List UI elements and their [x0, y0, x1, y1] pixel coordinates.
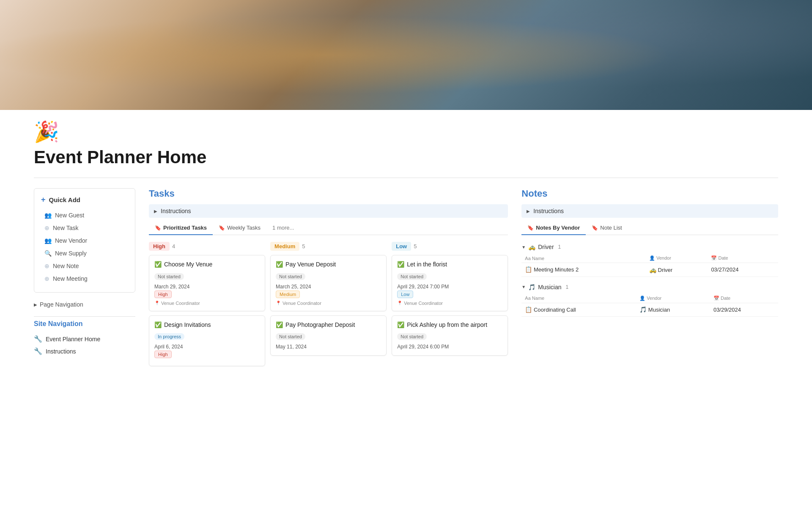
nav-divider: [34, 316, 135, 317]
new-task-icon: ⊕: [44, 225, 49, 231]
status-badge-in-progress: In progress: [154, 333, 184, 340]
quick-add-item-new-vendor[interactable]: 👥 New Vendor: [41, 235, 128, 247]
kanban-column-medium: Medium 5 ✅ Pay Venue Deposit Not started…: [270, 242, 387, 370]
notes-row-driver-1[interactable]: 📋 Meeting Minutes 2 🚕 Driver 03/27/2024: [521, 263, 778, 277]
task-date-pay-venue-deposit: March 25, 2024: [276, 284, 311, 290]
notes-instructions-arrow-icon: ▶: [527, 209, 530, 214]
notes-table-header-driver: Aa Name 👤 Vendor 📅 Date: [521, 254, 778, 263]
status-badge-not-started-4: Not started: [397, 273, 427, 280]
task-check-icon-5: ✅: [397, 261, 404, 268]
tab-note-list[interactable]: 🔖 Note List: [586, 221, 628, 235]
site-nav-item-instructions[interactable]: 🔧 Instructions: [34, 345, 135, 357]
notes-col-date: 📅 Date: [708, 254, 778, 263]
priority-badge-high: High: [149, 242, 170, 251]
tab-notes-by-vendor-label: Notes By Vendor: [536, 225, 580, 231]
page-title-area: 🎉 Event Planner Home: [0, 110, 812, 167]
tasks-tabs: 🔖 Prioritized Tasks 🔖 Weekly Tasks 1 mor…: [149, 221, 508, 235]
tab-weekly-tasks-label: Weekly Tasks: [227, 225, 261, 231]
note-title-coordinating-call: 📋 Coordinating Call: [521, 303, 636, 317]
quick-add-label: Quick Add: [49, 196, 80, 203]
task-card-pay-venue-deposit[interactable]: ✅ Pay Venue Deposit Not started March 25…: [270, 255, 387, 311]
task-title-let-in-florist: Let in the florist: [407, 260, 447, 269]
priority-badge-medium: Medium: [270, 242, 299, 251]
vendor-name-musician: Musician: [538, 284, 561, 290]
hero-overlay: [0, 0, 812, 110]
notes-vendor-group-musician: ▼ 🎵 Musician 1 Aa Name 👤: [521, 282, 778, 317]
notes-col-name: Aa Name: [521, 254, 646, 263]
task-card-let-in-florist[interactable]: ✅ Let in the florist Not started April 2…: [392, 255, 508, 311]
quick-add-item-new-note[interactable]: ⊕ New Note: [41, 260, 128, 272]
vendor-arrow-musician-icon: ▼: [521, 285, 526, 289]
notes-tab-bookmark-icon-2: 🔖: [592, 225, 598, 231]
notes-title: Notes: [521, 188, 778, 199]
note-row-icon-m: 📋: [525, 306, 532, 313]
notes-col-vendor: 👤 Vendor: [646, 254, 708, 263]
vendor-name-driver: Driver: [538, 244, 554, 250]
new-meeting-icon: ⊕: [44, 275, 49, 282]
driver-icon: 🚕: [528, 244, 535, 250]
event-planner-home-icon: 🔧: [34, 335, 42, 343]
tab-weekly-tasks[interactable]: 🔖 Weekly Tasks: [213, 221, 266, 235]
quick-add-item-new-meeting[interactable]: ⊕ New Meeting: [41, 273, 128, 285]
task-card-header-2: ✅ Design Invitations: [154, 321, 260, 329]
notes-col-vendor-musician: 👤 Vendor: [636, 294, 710, 303]
task-card-choose-venue[interactable]: ✅ Choose My Venue Not started March 29, …: [149, 255, 265, 311]
notes-col-name-musician: Aa Name: [521, 294, 636, 303]
task-priority-tag-low: Low: [397, 290, 413, 298]
status-badge-not-started-2: Not started: [276, 273, 305, 280]
notes-table-musician: Aa Name 👤 Vendor 📅 Date: [521, 294, 778, 317]
quick-add-box: + Quick Add 👥 New Guest ⊕ New Task 👥 New…: [34, 188, 135, 293]
task-card-pay-photographer-deposit[interactable]: ✅ Pay Photographer Deposit Not started M…: [270, 315, 387, 356]
quick-add-item-new-supply[interactable]: 🔍 New Supply: [41, 247, 128, 259]
task-title-pick-ashley: Pick Ashley up from the airport: [407, 321, 487, 329]
assignee-name-pay-venue: Venue Coordinator: [283, 301, 321, 306]
kanban-header-low: Low 5: [392, 242, 508, 251]
task-card-design-invitations[interactable]: ✅ Design Invitations In progress April 6…: [149, 315, 265, 367]
notes-row-musician-1[interactable]: 📋 Coordinating Call 🎵 Musician 03/29/202…: [521, 303, 778, 317]
tab-note-list-label: Note List: [600, 225, 622, 231]
tab-more-label: 1 more...: [272, 225, 294, 231]
note-date-musician-1: 03/29/2024: [710, 303, 778, 317]
notes-col-date-musician: 📅 Date: [710, 294, 778, 303]
notes-table-driver: Aa Name 👤 Vendor 📅 Date: [521, 254, 778, 277]
task-card-pick-ashley[interactable]: ✅ Pick Ashley up from the airport Not st…: [392, 315, 508, 356]
task-card-header-6: ✅ Pick Ashley up from the airport: [397, 321, 502, 329]
tasks-instructions-bar[interactable]: ▶ Instructions: [149, 204, 508, 218]
priority-badge-low: Low: [392, 242, 411, 251]
new-task-label: New Task: [53, 225, 78, 231]
page-navigation-label: Page Navigation: [40, 301, 83, 308]
task-card-header-3: ✅ Pay Venue Deposit: [276, 260, 381, 269]
notes-instructions-bar[interactable]: ▶ Instructions: [521, 204, 778, 218]
task-check-icon-6: ✅: [397, 321, 404, 328]
assignee-name-choose-venue: Venue Coordinator: [161, 301, 200, 306]
page-navigation-section: ▶ Page Navigation: [34, 299, 135, 310]
vendor-count-driver: 1: [558, 244, 561, 250]
quick-add-item-new-guest[interactable]: 👥 New Guest: [41, 209, 128, 221]
priority-count-high: 4: [172, 243, 175, 249]
tab-bookmark-icon-1: 🔖: [155, 225, 161, 231]
tab-prioritized-tasks[interactable]: 🔖 Prioritized Tasks: [149, 221, 213, 235]
vendor-header-musician[interactable]: ▼ 🎵 Musician 1: [521, 282, 778, 292]
task-card-header-5: ✅ Let in the florist: [397, 260, 502, 269]
main-divider: [34, 178, 778, 178]
task-check-icon: ✅: [154, 261, 162, 268]
tab-more[interactable]: 1 more...: [266, 221, 300, 235]
page-title: Event Planner Home: [34, 147, 778, 167]
new-note-icon: ⊕: [44, 263, 49, 269]
date-col-icon-m: 📅: [713, 296, 719, 301]
tab-notes-by-vendor[interactable]: 🔖 Notes By Vendor: [521, 221, 586, 235]
page-navigation-toggle[interactable]: ▶ Page Navigation: [34, 299, 135, 310]
driver-vendor-icon: 🚕: [649, 266, 656, 273]
task-priority-tag-high-2: High: [154, 351, 172, 358]
kanban-board: High 4 ✅ Choose My Venue Not started Mar…: [149, 242, 508, 370]
assignee-dot-icon-2: 📍: [276, 301, 281, 305]
instructions-nav-icon: 🔧: [34, 347, 42, 355]
task-card-header: ✅ Choose My Venue: [154, 260, 260, 269]
quick-add-item-new-task[interactable]: ⊕ New Task: [41, 222, 128, 234]
vendor-header-driver[interactable]: ▼ 🚕 Driver 1: [521, 242, 778, 252]
status-badge-not-started-3: Not started: [276, 333, 305, 340]
note-vendor-driver: 🚕 Driver: [646, 263, 708, 277]
site-nav-item-event-planner-home[interactable]: 🔧 Event Planner Home: [34, 333, 135, 345]
task-assignee-florist: 📍 Venue Coordinator: [397, 301, 502, 306]
priority-count-low: 5: [414, 243, 417, 249]
